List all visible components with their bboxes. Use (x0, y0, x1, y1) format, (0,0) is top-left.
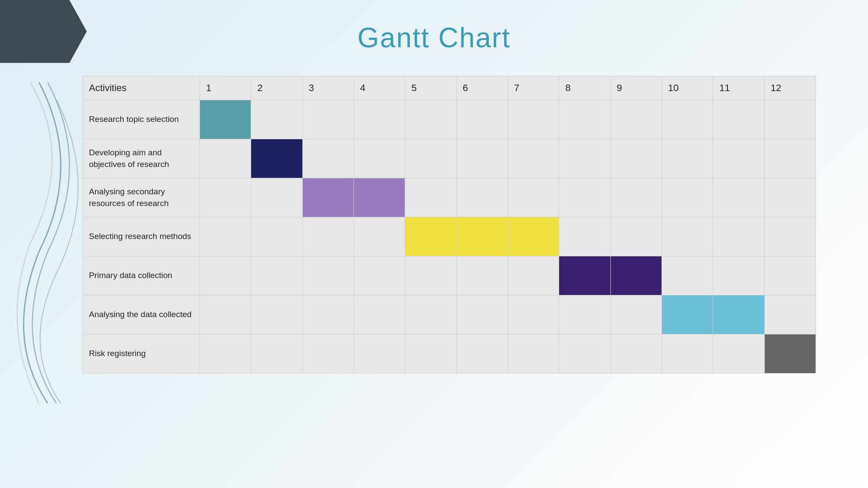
cell-row3-month4 (354, 178, 405, 217)
cell-row6-month6 (456, 295, 508, 334)
cell-row6-month3 (302, 295, 354, 334)
cell-row2-month9 (610, 139, 662, 178)
cell-row7-month9 (610, 334, 662, 373)
activity-label-6: Analysing the data collected (83, 295, 200, 334)
cell-row6-month11 (713, 295, 764, 334)
cell-row7-month4 (354, 334, 405, 373)
activity-label-3: Analysing secondary resources of researc… (83, 178, 200, 217)
cell-row6-month1 (200, 295, 251, 334)
cell-row1-month3 (302, 100, 354, 139)
cell-row6-month12 (764, 295, 816, 334)
cell-row4-month7 (508, 217, 559, 256)
cell-row6-month8 (559, 295, 610, 334)
header-month-10: 10 (662, 76, 713, 100)
activity-label-4: Selecting research methods (83, 217, 200, 256)
header-month-2: 2 (251, 76, 302, 100)
cell-row5-month5 (405, 256, 456, 295)
cell-row6-month4 (354, 295, 405, 334)
cell-row1-month10 (662, 100, 713, 139)
cell-row2-month3 (302, 139, 354, 178)
cell-row3-month3 (302, 178, 354, 217)
cell-row2-month5 (405, 139, 456, 178)
cell-row2-month11 (713, 139, 764, 178)
gantt-row-1: Research topic selection (83, 100, 816, 139)
cell-row5-month9 (610, 256, 662, 295)
cell-row3-month9 (610, 178, 662, 217)
cell-row3-month6 (456, 178, 508, 217)
gantt-block-row5-month9 (611, 256, 662, 295)
cell-row4-month6 (456, 217, 508, 256)
activity-label-1: Research topic selection (83, 100, 200, 139)
cell-row7-month10 (662, 334, 713, 373)
header-month-8: 8 (559, 76, 610, 100)
gantt-row-2: Developing aim and objectives of researc… (83, 139, 816, 178)
cell-row2-month10 (662, 139, 713, 178)
header-month-9: 9 (610, 76, 662, 100)
cell-row4-month12 (764, 217, 816, 256)
cell-row7-month8 (559, 334, 610, 373)
cell-row1-month2 (251, 100, 302, 139)
cell-row3-month2 (251, 178, 302, 217)
gantt-row-4: Selecting research methods (83, 217, 816, 256)
cell-row1-month8 (559, 100, 610, 139)
header-month-3: 3 (302, 76, 354, 100)
cell-row5-month7 (508, 256, 559, 295)
cell-row7-month1 (200, 334, 251, 373)
gantt-table: Activities 1 2 3 4 5 6 7 8 9 10 11 12 Re… (82, 76, 816, 373)
header-month-4: 4 (354, 76, 405, 100)
cell-row7-month6 (456, 334, 508, 373)
gantt-block-row3-month3 (303, 178, 354, 217)
cell-row1-month9 (610, 100, 662, 139)
cell-row3-month11 (713, 178, 764, 217)
gantt-row-5: Primary data collection (83, 256, 816, 295)
header-month-11: 11 (713, 76, 764, 100)
activity-label-5: Primary data collection (83, 256, 200, 295)
gantt-row-3: Analysing secondary resources of researc… (83, 178, 816, 217)
gantt-chart-container: Activities 1 2 3 4 5 6 7 8 9 10 11 12 Re… (82, 76, 816, 453)
gantt-block-row6-month11 (713, 295, 764, 334)
cell-row3-month8 (559, 178, 610, 217)
cell-row5-month3 (302, 256, 354, 295)
cell-row6-month7 (508, 295, 559, 334)
header-month-12: 12 (764, 76, 816, 100)
header-activity: Activities (83, 76, 200, 100)
cell-row2-month12 (764, 139, 816, 178)
cell-row5-month2 (251, 256, 302, 295)
gantt-block-row4-month5 (405, 217, 456, 256)
cell-row2-month2 (251, 139, 302, 178)
cell-row5-month11 (713, 256, 764, 295)
cell-row7-month2 (251, 334, 302, 373)
gantt-block-row2-month2 (251, 139, 302, 178)
cell-row2-month7 (508, 139, 559, 178)
cell-row2-month1 (200, 139, 251, 178)
cell-row3-month1 (200, 178, 251, 217)
cell-row4-month2 (251, 217, 302, 256)
header-month-6: 6 (456, 76, 508, 100)
header-row: Activities 1 2 3 4 5 6 7 8 9 10 11 12 (83, 76, 816, 100)
gantt-block-row4-month6 (457, 217, 508, 256)
cell-row5-month1 (200, 256, 251, 295)
activity-label-7: Risk registering (83, 334, 200, 373)
gantt-block-row6-month10 (662, 295, 713, 334)
gantt-block-row5-month8 (559, 256, 610, 295)
gantt-block-row3-month4 (354, 178, 405, 217)
cell-row1-month6 (456, 100, 508, 139)
cell-row1-month4 (354, 100, 405, 139)
cell-row5-month12 (764, 256, 816, 295)
cell-row4-month4 (354, 217, 405, 256)
activity-label-2: Developing aim and objectives of researc… (83, 139, 200, 178)
cell-row4-month11 (713, 217, 764, 256)
cell-row3-month5 (405, 178, 456, 217)
decorative-lines (13, 78, 82, 403)
gantt-block-row4-month7 (508, 217, 559, 256)
gantt-block-row1-month1 (200, 100, 251, 139)
cell-row5-month10 (662, 256, 713, 295)
cell-row7-month12 (764, 334, 816, 373)
cell-row2-month8 (559, 139, 610, 178)
header-month-7: 7 (508, 76, 559, 100)
cell-row3-month12 (764, 178, 816, 217)
cell-row7-month11 (713, 334, 764, 373)
cell-row2-month4 (354, 139, 405, 178)
cell-row1-month1 (200, 100, 251, 139)
cell-row4-month3 (302, 217, 354, 256)
